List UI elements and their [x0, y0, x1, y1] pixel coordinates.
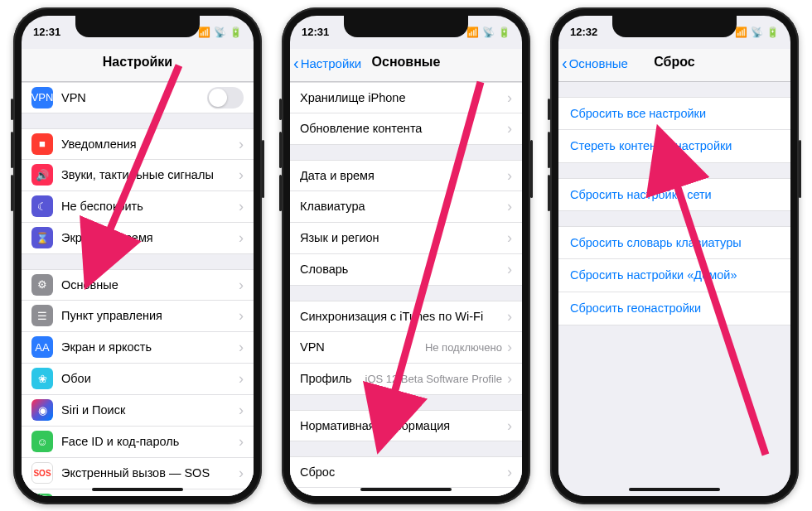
page-title: Настройки [103, 55, 172, 70]
settings-row[interactable]: SOS Экстренный вызов — SOS › [22, 458, 254, 489]
row-label: Язык и регион [300, 231, 505, 244]
reset-label: Сбросить все настройки [570, 107, 706, 120]
settings-row[interactable]: Словарь › [290, 254, 522, 286]
chevron-right-icon: › [239, 167, 244, 182]
reset-label: Сбросить настройки «Домой» [570, 268, 737, 282]
row-value: iOS 12 Beta Software Profile [365, 373, 502, 385]
chevron-right-icon: › [507, 309, 512, 324]
battery-icon: 🔋 [498, 27, 510, 38]
navbar: Настройки [22, 49, 254, 82]
row-icon: ❀ [31, 368, 53, 389]
chevron-right-icon: › [239, 434, 244, 449]
chevron-right-icon: › [507, 90, 512, 105]
status-time: 12:32 [570, 26, 597, 38]
row-label: Face ID и код-пароль [61, 435, 237, 448]
settings-row[interactable]: Синхронизация с iTunes по Wi-Fi › [290, 301, 522, 332]
notch [612, 16, 737, 37]
page-title: Сброс [654, 55, 694, 70]
battery-icon: 🔋 [230, 27, 242, 38]
chevron-right-icon: › [239, 137, 244, 152]
row-label: Клавиатура [300, 200, 505, 213]
back-button[interactable]: ‹ Основные [562, 54, 628, 73]
settings-row[interactable]: Клавиатура › [290, 191, 522, 223]
chevron-right-icon: › [239, 308, 244, 323]
chevron-right-icon: › [239, 340, 244, 354]
chevron-right-icon: › [507, 199, 512, 214]
reset-option[interactable]: Сбросить настройки сети [558, 178, 790, 211]
settings-row[interactable]: Хранилище iPhone › [290, 82, 522, 113]
home-indicator[interactable] [92, 488, 183, 491]
row-label: Экранное время [61, 231, 237, 244]
row-label: Siri и Поиск [61, 403, 237, 417]
settings-row[interactable]: AA Экран и яркость › [22, 332, 254, 364]
notch [344, 16, 468, 37]
settings-row[interactable]: Обновление контента › [290, 113, 522, 145]
row-icon: ⚙ [31, 274, 53, 296]
chevron-right-icon: › [239, 465, 244, 480]
settings-row[interactable]: ◉ Siri и Поиск › [22, 395, 254, 427]
row-icon: AA [31, 336, 53, 358]
row-label: Экран и яркость [61, 340, 237, 354]
settings-row[interactable]: ☺ Face ID и код-пароль › [22, 427, 254, 458]
settings-row[interactable]: Нормативная информация › [290, 410, 522, 441]
reset-list[interactable]: Сбросить все настройки Стереть контент и… [558, 82, 790, 496]
row-label: Экстренный вызов — SOS [61, 466, 237, 480]
row-label: VPN [300, 340, 425, 354]
vpn-row[interactable]: VPN VPN [22, 82, 254, 113]
navbar: ‹ Настройки Основные [290, 49, 522, 82]
row-label: Обновление контента [300, 122, 505, 135]
reset-option[interactable]: Сбросить словарь клавиатуры [558, 226, 790, 259]
reset-label: Сбросить словарь клавиатуры [570, 236, 742, 249]
settings-row[interactable]: ⌛ Экранное время › [22, 223, 254, 254]
row-label: Пункт управления [61, 309, 237, 322]
chevron-right-icon: › [507, 262, 512, 277]
back-button[interactable]: ‹ Настройки [293, 54, 361, 73]
navbar: ‹ Основные Сброс [558, 49, 790, 82]
back-label: Основные [569, 56, 628, 70]
phone-frame-3: 12:32 📶 📡 🔋 ‹ Основные Сброс Сбросить вс… [550, 7, 799, 504]
reset-option[interactable]: Стереть контент и настройки [558, 130, 790, 163]
reset-option[interactable]: Сбросить настройки «Домой» [558, 259, 790, 292]
vpn-label: VPN [61, 91, 207, 104]
chevron-right-icon: › [507, 340, 512, 354]
settings-list[interactable]: VPN VPN ■ Уведомления › 🔊 Звуки, тактиль… [22, 82, 254, 496]
row-label: Обои [61, 372, 237, 385]
chevron-right-icon: › [507, 418, 512, 433]
chevron-right-icon: › [507, 168, 512, 183]
settings-row[interactable]: 🔊 Звуки, тактильные сигналы › [22, 160, 254, 191]
settings-row[interactable]: Профиль iOS 12 Beta Software Profile› [290, 364, 522, 395]
chevron-left-icon: ‹ [562, 54, 568, 73]
chevron-right-icon: › [239, 371, 244, 386]
row-value: Не подключено [425, 341, 502, 354]
wifi-icon: 📡 [751, 27, 763, 38]
chevron-right-icon: › [239, 277, 244, 292]
settings-row[interactable]: Дата и время › [290, 160, 522, 191]
reset-option[interactable]: Сбросить все настройки [558, 97, 790, 130]
reset-option[interactable]: Сбросить геонастройки [558, 292, 790, 325]
home-indicator[interactable] [629, 488, 720, 491]
settings-row[interactable]: Язык и регион › [290, 223, 522, 254]
wifi-icon: 📡 [482, 27, 495, 38]
row-label: Синхронизация с iTunes по Wi-Fi [300, 310, 505, 323]
home-indicator[interactable] [360, 488, 452, 491]
status-time: 12:31 [33, 26, 60, 38]
chevron-right-icon: › [507, 465, 512, 480]
settings-row[interactable]: ☰ Пункт управления › [22, 301, 254, 332]
reset-label: Стереть контент и настройки [570, 139, 732, 152]
settings-row[interactable]: ❀ Обои › [22, 364, 254, 395]
row-icon: 🔊 [31, 164, 53, 186]
row-icon: ☺ [31, 431, 53, 452]
settings-row[interactable]: ⚙ Основные › [22, 269, 254, 301]
row-label: Профиль [300, 372, 365, 385]
row-label: Дата и время [300, 169, 505, 182]
row-icon: ■ [31, 133, 53, 155]
settings-row[interactable]: Сброс › [290, 456, 522, 488]
settings-row[interactable]: ■ Уведомления › [22, 128, 254, 160]
vpn-toggle[interactable] [207, 87, 244, 108]
settings-row[interactable]: VPN Не подключено› [290, 332, 522, 364]
status-time: 12:31 [302, 26, 329, 38]
signal-icon: 📶 [198, 27, 210, 38]
reset-label: Сбросить настройки сети [570, 188, 712, 201]
settings-row[interactable]: ☾ Не беспокоить › [22, 191, 254, 223]
general-list[interactable]: Хранилище iPhone › Обновление контента ›… [290, 82, 522, 496]
